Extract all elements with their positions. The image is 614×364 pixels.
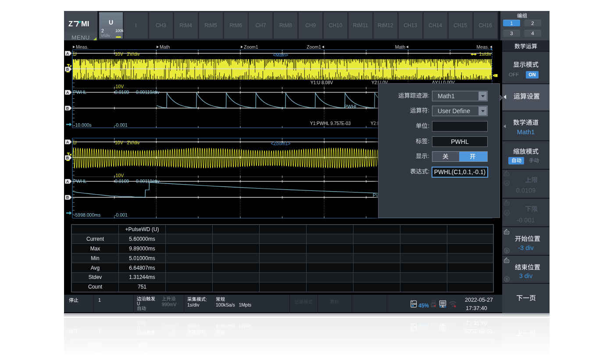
svg-text:B: B [66,156,69,160]
svg-text:A: A [66,51,69,56]
svg-text:A: A [66,90,69,95]
svg-text:B: B [66,106,69,111]
svg-text:B: B [505,248,508,253]
svg-text:SSD: SSD [411,303,416,305]
svg-text:A: A [66,140,69,144]
svg-text:A: A [505,211,508,215]
svg-text:B: B [505,277,508,281]
svg-text:B: B [66,67,69,71]
svg-text:A: A [505,181,508,186]
svg-text:A: A [66,179,69,184]
svg-text:B: B [66,195,69,200]
